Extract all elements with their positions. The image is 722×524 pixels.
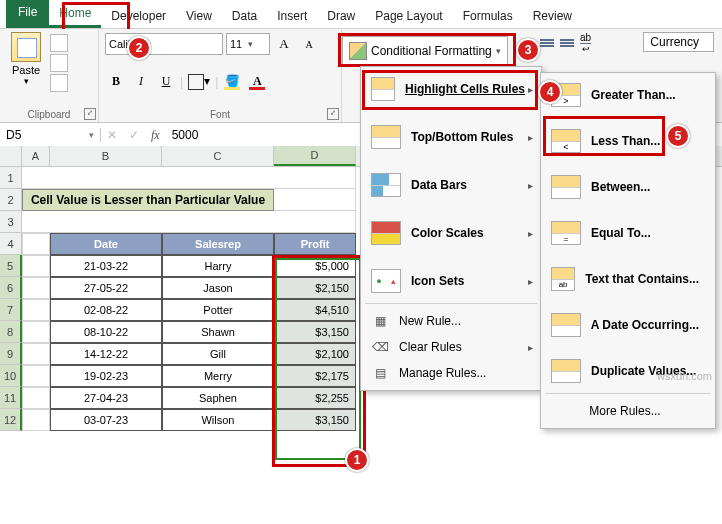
row-header[interactable]: 12	[0, 409, 22, 431]
cut-icon[interactable]	[50, 34, 68, 52]
align-center-icon[interactable]	[560, 39, 574, 47]
cell[interactable]	[274, 189, 356, 211]
clipboard-launcher-icon[interactable]: ⤢	[84, 108, 96, 120]
underline-button[interactable]: U	[155, 72, 177, 92]
decrease-font-icon[interactable]: A	[298, 34, 320, 54]
cell[interactable]	[22, 233, 50, 255]
cell-profit[interactable]: $3,150	[274, 409, 356, 431]
cell-date[interactable]: 27-04-23	[50, 387, 162, 409]
cell-date[interactable]: 14-12-22	[50, 343, 162, 365]
menu-color-scales[interactable]: Color Scales ▸	[363, 215, 539, 251]
table-header-salesrep[interactable]: Salesrep	[162, 233, 274, 255]
cell-rep[interactable]: Wilson	[162, 409, 274, 431]
cell[interactable]	[22, 211, 356, 233]
wrap-text-button[interactable]: ab ↩	[580, 32, 591, 54]
tab-pagelayout[interactable]: Page Layout	[365, 4, 452, 28]
font-color-button[interactable]: A	[246, 72, 268, 92]
row-header[interactable]: 3	[0, 211, 22, 233]
menu-icon-sets[interactable]: ●▴ Icon Sets ▸	[363, 263, 539, 299]
cell-profit[interactable]: $2,255	[274, 387, 356, 409]
copy-icon[interactable]	[50, 54, 68, 72]
submenu-text-contains[interactable]: ab Text that Contains...	[543, 261, 713, 297]
cell[interactable]	[22, 409, 50, 431]
tab-review[interactable]: Review	[523, 4, 582, 28]
cell-rep[interactable]: Jason	[162, 277, 274, 299]
menu-data-bars[interactable]: Data Bars ▸	[363, 167, 539, 203]
title-cell[interactable]: Cell Value is Lesser than Particular Val…	[22, 189, 274, 211]
col-header-A[interactable]: A	[22, 146, 50, 166]
tab-formulas[interactable]: Formulas	[453, 4, 523, 28]
cell[interactable]	[22, 387, 50, 409]
cell-rep[interactable]: Potter	[162, 299, 274, 321]
cell-rep[interactable]: Gill	[162, 343, 274, 365]
cell-date[interactable]: 03-07-23	[50, 409, 162, 431]
cell[interactable]	[22, 321, 50, 343]
row-header[interactable]: 10	[0, 365, 22, 387]
tab-view[interactable]: View	[176, 4, 222, 28]
cell-date[interactable]: 08-10-22	[50, 321, 162, 343]
menu-manage-rules[interactable]: ▤ Manage Rules...	[363, 360, 539, 386]
row-header[interactable]: 1	[0, 167, 22, 189]
cell[interactable]	[22, 343, 50, 365]
row-header[interactable]: 9	[0, 343, 22, 365]
submenu-between[interactable]: Between...	[543, 169, 713, 205]
align-left-icon[interactable]	[540, 39, 554, 47]
row-header[interactable]: 7	[0, 299, 22, 321]
cell[interactable]	[22, 365, 50, 387]
cell-rep[interactable]: Harry	[162, 255, 274, 277]
submenu-date-occurring[interactable]: A Date Occurring...	[543, 307, 713, 343]
cell-rep[interactable]: Shawn	[162, 321, 274, 343]
font-name-combo[interactable]: Calibri▾	[105, 33, 223, 55]
cell-date[interactable]: 19-02-23	[50, 365, 162, 387]
select-all-corner[interactable]	[0, 146, 22, 166]
cell-profit[interactable]: $3,150	[274, 321, 356, 343]
borders-button[interactable]: ▾	[186, 72, 212, 92]
tab-data[interactable]: Data	[222, 4, 267, 28]
fx-button[interactable]: fx	[145, 128, 166, 143]
increase-font-icon[interactable]: A	[273, 34, 295, 54]
cell-profit[interactable]: $2,100	[274, 343, 356, 365]
tab-draw[interactable]: Draw	[317, 4, 365, 28]
number-format-combo[interactable]: Currency	[643, 32, 714, 52]
submenu-greater-than[interactable]: > Greater Than...	[543, 77, 713, 113]
table-header-profit[interactable]: Profit	[274, 233, 356, 255]
row-header[interactable]: 2	[0, 189, 22, 211]
cell-profit[interactable]: $4,510	[274, 299, 356, 321]
tab-home[interactable]: Home	[49, 1, 101, 28]
row-header[interactable]: 4	[0, 233, 22, 255]
conditional-formatting-button[interactable]: Conditional Formatting ▾	[342, 36, 508, 66]
submenu-more-rules[interactable]: More Rules...	[543, 398, 713, 424]
menu-top-bottom-rules[interactable]: Top/Bottom Rules ▸	[363, 119, 539, 155]
paste-button[interactable]: Paste ▾	[6, 32, 46, 86]
row-header[interactable]: 11	[0, 387, 22, 409]
tab-insert[interactable]: Insert	[267, 4, 317, 28]
cell-profit[interactable]: $5,000	[274, 255, 356, 277]
bold-button[interactable]: B	[105, 72, 127, 92]
cell-date[interactable]: 27-05-22	[50, 277, 162, 299]
font-size-combo[interactable]: 11▾	[226, 33, 270, 55]
col-header-D[interactable]: D	[274, 146, 356, 166]
cell-profit[interactable]: $2,150	[274, 277, 356, 299]
row-header[interactable]: 8	[0, 321, 22, 343]
col-header-B[interactable]: B	[50, 146, 162, 166]
menu-clear-rules[interactable]: ⌫ Clear Rules ▸	[363, 334, 539, 360]
cell[interactable]	[22, 277, 50, 299]
cell[interactable]	[22, 299, 50, 321]
italic-button[interactable]: I	[130, 72, 152, 92]
table-header-date[interactable]: Date	[50, 233, 162, 255]
row-header[interactable]: 6	[0, 277, 22, 299]
cell-date[interactable]: 02-08-22	[50, 299, 162, 321]
cell[interactable]	[22, 167, 356, 189]
format-painter-icon[interactable]	[50, 74, 68, 92]
fill-color-button[interactable]: 🪣	[221, 72, 243, 92]
cell-profit[interactable]: $2,175	[274, 365, 356, 387]
cell-rep[interactable]: Merry	[162, 365, 274, 387]
font-launcher-icon[interactable]: ⤢	[327, 108, 339, 120]
cell-rep[interactable]: Saphen	[162, 387, 274, 409]
menu-new-rule[interactable]: ▦ New Rule...	[363, 308, 539, 334]
tab-developer[interactable]: Developer	[101, 4, 176, 28]
cell[interactable]	[22, 255, 50, 277]
col-header-C[interactable]: C	[162, 146, 274, 166]
name-box[interactable]: D5 ▾	[0, 128, 101, 142]
submenu-equal-to[interactable]: = Equal To...	[543, 215, 713, 251]
